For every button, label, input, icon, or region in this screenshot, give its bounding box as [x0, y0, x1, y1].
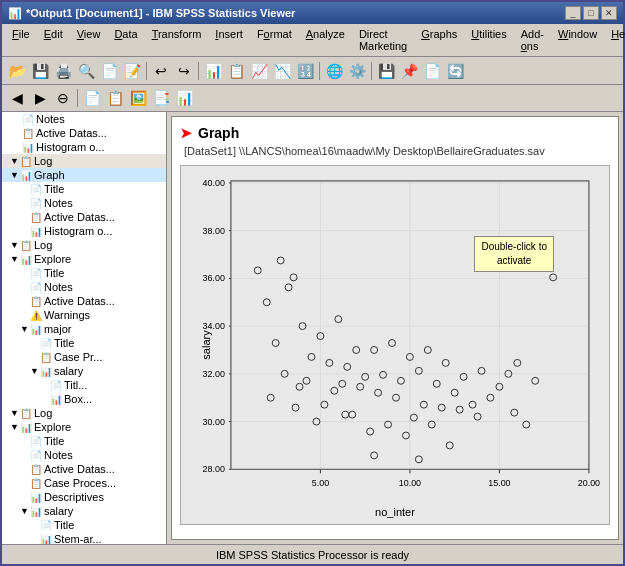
- chart2-button[interactable]: 📊: [173, 87, 195, 109]
- tree-item-salary1[interactable]: ▼ 📊 salary: [2, 364, 166, 378]
- redo-button[interactable]: ↪: [173, 60, 195, 82]
- menu-help[interactable]: Help: [605, 26, 625, 54]
- menu-add-ons[interactable]: Add-ons: [515, 26, 550, 54]
- log1-expand-icon[interactable]: ▼: [10, 156, 19, 166]
- menu-graphs[interactable]: Graphs: [415, 26, 463, 54]
- tree-item-case-pr[interactable]: 📋 Case Pr...: [2, 350, 166, 364]
- tree-item-major[interactable]: ▼ 📊 major: [2, 322, 166, 336]
- clipboard-button[interactable]: 📋: [104, 87, 126, 109]
- explore2-notes-icon: 📄: [30, 450, 42, 461]
- image-button[interactable]: 🖼️: [127, 87, 149, 109]
- page-button[interactable]: 📄: [81, 87, 103, 109]
- edit-button[interactable]: 📝: [121, 60, 143, 82]
- main-area: 📄 Notes 📋 Active Datas... 📊 Histogram o.…: [2, 112, 623, 544]
- log2-expand-icon[interactable]: ▼: [10, 240, 19, 250]
- tree-item-salary2-title[interactable]: 📄 Title: [2, 518, 166, 532]
- tree-item-graph-notes[interactable]: 📄 Notes: [2, 196, 166, 210]
- minimize-button[interactable]: _: [565, 6, 581, 20]
- tree-item-box[interactable]: 📊 Box...: [2, 392, 166, 406]
- tree-item-log1[interactable]: ▼ 📋 Log: [2, 154, 166, 168]
- doc-button[interactable]: 📄: [421, 60, 443, 82]
- tree-item-active-dataset1[interactable]: 📋 Active Datas...: [2, 126, 166, 140]
- tree-item-graph1[interactable]: ▼ 📊 Graph: [2, 168, 166, 182]
- menu-utilities[interactable]: Utilities: [465, 26, 512, 54]
- major-expand-icon[interactable]: ▼: [20, 324, 29, 334]
- log3-expand-icon[interactable]: ▼: [10, 408, 19, 418]
- status-text: IBM SPSS Statistics Processor is ready: [216, 549, 409, 561]
- tree-item-explore2-notes[interactable]: 📄 Notes: [2, 448, 166, 462]
- scatter-chart[interactable]: salary no_inter Double-click toactivate: [180, 165, 610, 525]
- new-button[interactable]: 📄: [98, 60, 120, 82]
- menu-edit[interactable]: Edit: [38, 26, 69, 54]
- tree-item-explore-title[interactable]: 📄 Title: [2, 266, 166, 280]
- close-button[interactable]: ✕: [601, 6, 617, 20]
- log2-icon: 📋: [20, 240, 32, 251]
- tree-item-graph-active-dataset[interactable]: 📋 Active Datas...: [2, 210, 166, 224]
- menu-window[interactable]: Window: [552, 26, 603, 54]
- tree-item-salary2[interactable]: ▼ 📊 salary: [2, 504, 166, 518]
- collapse-button[interactable]: ⊖: [52, 87, 74, 109]
- pin-button[interactable]: 📌: [398, 60, 420, 82]
- menu-insert[interactable]: Insert: [209, 26, 249, 54]
- tree-item-descriptives[interactable]: 📊 Descriptives: [2, 490, 166, 504]
- tree-label-graph-notes: Notes: [44, 197, 73, 209]
- tree-item-log3[interactable]: ▼ 📋 Log: [2, 406, 166, 420]
- tree-label-box: Box...: [64, 393, 92, 405]
- tree-item-salary-title[interactable]: 📄 Titl...: [2, 378, 166, 392]
- nav-back-button[interactable]: ◀: [6, 87, 28, 109]
- table-button[interactable]: 📋: [225, 60, 247, 82]
- menu-view[interactable]: View: [71, 26, 107, 54]
- histogram1-icon: 📊: [22, 142, 34, 153]
- tree-item-major-title[interactable]: 📄 Title: [2, 336, 166, 350]
- globe-button[interactable]: 🌐: [323, 60, 345, 82]
- menu-direct-marketing[interactable]: Direct Marketing: [353, 26, 413, 54]
- tree-item-case-process[interactable]: 📋 Case Proces...: [2, 476, 166, 490]
- log1-icon: 📋: [20, 156, 32, 167]
- salary1-expand-icon[interactable]: ▼: [30, 366, 39, 376]
- tree-item-stem-ar[interactable]: 📊 Stem-ar...: [2, 532, 166, 544]
- menu-format[interactable]: Format: [251, 26, 298, 54]
- menu-transform[interactable]: Transform: [146, 26, 208, 54]
- tree-label-salary2-title: Title: [54, 519, 74, 531]
- zoom-button[interactable]: 🔍: [75, 60, 97, 82]
- graph-arrow-icon: ➤: [180, 125, 192, 141]
- explore1-expand-icon[interactable]: ▼: [10, 254, 19, 264]
- salary2-expand-icon[interactable]: ▼: [20, 506, 29, 516]
- save2-button[interactable]: 💾: [375, 60, 397, 82]
- output-tree: 📄 Notes 📋 Active Datas... 📊 Histogram o.…: [2, 112, 167, 544]
- menu-file[interactable]: File: [6, 26, 36, 54]
- settings-button[interactable]: ⚙️: [346, 60, 368, 82]
- tree-item-log2[interactable]: ▼ 📋 Log: [2, 238, 166, 252]
- tree-item-warnings[interactable]: ⚠️ Warnings: [2, 308, 166, 322]
- graph-button[interactable]: 📈: [248, 60, 270, 82]
- tree-item-explore2[interactable]: ▼ 📊 Explore: [2, 420, 166, 434]
- tree-item-histogram1[interactable]: 📊 Histogram o...: [2, 140, 166, 154]
- menu-data[interactable]: Data: [108, 26, 143, 54]
- graph2-button[interactable]: 📉: [271, 60, 293, 82]
- print-button[interactable]: 🖨️: [52, 60, 74, 82]
- save-button[interactable]: 💾: [29, 60, 51, 82]
- maximize-button[interactable]: □: [583, 6, 599, 20]
- menu-analyze[interactable]: Analyze: [300, 26, 351, 54]
- refresh-button[interactable]: 🔄: [444, 60, 466, 82]
- report-button[interactable]: 📑: [150, 87, 172, 109]
- chart-button[interactable]: 📊: [202, 60, 224, 82]
- number-button[interactable]: 🔢: [294, 60, 316, 82]
- graph1-expand-icon[interactable]: ▼: [10, 170, 19, 180]
- undo-button[interactable]: ↩: [150, 60, 172, 82]
- svg-text:30.00: 30.00: [203, 417, 225, 427]
- tree-item-graph-title[interactable]: 📄 Title: [2, 182, 166, 196]
- tree-item-notes1[interactable]: 📄 Notes: [2, 112, 166, 126]
- nav-forward-button[interactable]: ▶: [29, 87, 51, 109]
- salary-title-icon: 📄: [50, 380, 62, 391]
- explore2-expand-icon[interactable]: ▼: [10, 422, 19, 432]
- tree-item-explore-notes[interactable]: 📄 Notes: [2, 280, 166, 294]
- tree-item-graph-histogram[interactable]: 📊 Histogram o...: [2, 224, 166, 238]
- tree-label-descriptives: Descriptives: [44, 491, 104, 503]
- tree-item-explore2-active-dataset[interactable]: 📋 Active Datas...: [2, 462, 166, 476]
- tree-label-stem-ar: Stem-ar...: [54, 533, 102, 544]
- tree-item-explore-active-dataset[interactable]: 📋 Active Datas...: [2, 294, 166, 308]
- tree-item-explore1[interactable]: ▼ 📊 Explore: [2, 252, 166, 266]
- tree-item-explore2-title[interactable]: 📄 Title: [2, 434, 166, 448]
- open-button[interactable]: 📂: [6, 60, 28, 82]
